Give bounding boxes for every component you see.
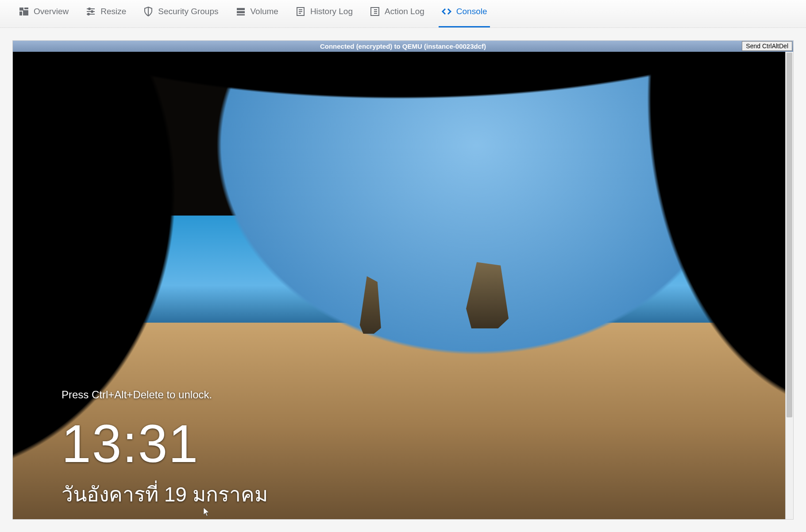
tab-action-log[interactable]: Action Log — [370, 6, 424, 21]
mouse-cursor-icon — [203, 508, 209, 517]
tab-label: Resize — [100, 7, 126, 16]
lockscreen-date: วันอังคารที่ 19 มกราคม — [62, 478, 785, 510]
svg-point-7 — [91, 11, 93, 12]
svg-point-5 — [89, 8, 90, 10]
tab-label: Overview — [34, 7, 69, 16]
storage-icon — [235, 6, 246, 17]
lockscreen-overlay: Press Ctrl+Alt+Delete to unlock. 13:31 ว… — [13, 52, 785, 519]
tab-label: Console — [456, 7, 487, 16]
dashboard-icon — [19, 6, 29, 17]
vnc-status-text: Connected (encrypted) to QEMU (instance-… — [320, 42, 486, 50]
tab-console[interactable]: Console — [441, 6, 487, 21]
tab-label: Volume — [251, 7, 278, 16]
list-icon — [370, 6, 380, 17]
tab-security-groups[interactable]: Security Groups — [143, 6, 218, 21]
vnc-status-bar: Connected (encrypted) to QEMU (instance-… — [13, 41, 793, 52]
tab-volume[interactable]: Volume — [235, 6, 278, 21]
tab-label: Security Groups — [158, 7, 218, 16]
svg-point-9 — [88, 13, 89, 15]
sliders-icon — [85, 6, 96, 17]
document-icon — [295, 6, 306, 17]
unlock-hint: Press Ctrl+Alt+Delete to unlock. — [62, 389, 785, 401]
vertical-scrollbar[interactable] — [785, 52, 793, 519]
tab-resize[interactable]: Resize — [85, 6, 126, 21]
svg-rect-11 — [237, 11, 245, 13]
code-icon — [441, 6, 452, 17]
svg-rect-3 — [23, 10, 28, 15]
tab-label: History Log — [310, 7, 353, 16]
scrollbar-thumb[interactable] — [787, 53, 792, 417]
remote-screen[interactable]: Press Ctrl+Alt+Delete to unlock. 13:31 ว… — [13, 52, 785, 519]
svg-rect-10 — [237, 8, 245, 10]
tab-label: Action Log — [385, 7, 424, 16]
windows-lock-screen[interactable]: Press Ctrl+Alt+Delete to unlock. 13:31 ว… — [13, 52, 785, 519]
instance-tabs: Overview Resize Security Groups Volume H… — [0, 0, 806, 28]
svg-rect-1 — [24, 8, 28, 9]
svg-rect-0 — [19, 8, 23, 11]
shield-icon — [143, 6, 154, 17]
tab-overview[interactable]: Overview — [19, 6, 69, 21]
console-panel: Connected (encrypted) to QEMU (instance-… — [12, 40, 794, 520]
tab-history-log[interactable]: History Log — [295, 6, 353, 21]
svg-rect-12 — [237, 14, 245, 15]
send-ctrl-alt-del-button[interactable]: Send CtrlAltDel — [742, 41, 792, 51]
svg-rect-2 — [19, 12, 22, 15]
lockscreen-time: 13:31 — [62, 417, 785, 470]
